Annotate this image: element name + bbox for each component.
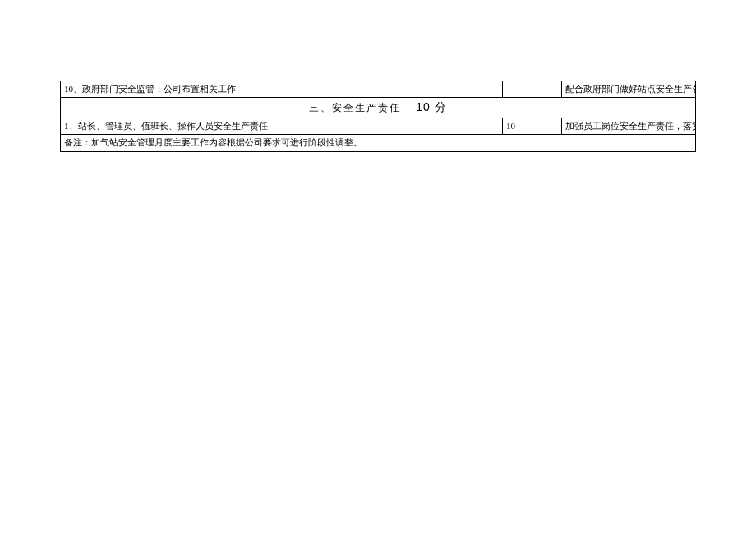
note-row: 备注：加气站安全管理月度主要工作内容根据公司要求可进行阶段性调整。 <box>61 135 696 151</box>
cell-desc: 配合政府部门做好站点安全生产各项工作，及时与公司保持信息沟通；完成公司交办 <box>562 81 696 98</box>
cell-item: 10、政府部门安全监管；公司布置相关工作 <box>61 81 503 98</box>
section-header-cell: 三、安全生产责任10 分 <box>61 98 696 118</box>
section-score: 10 分 <box>416 100 446 113</box>
section-title: 三、安全生产责任 <box>309 102 401 113</box>
cell-desc: 加强员工岗位安全生产责任，落实安全管理措施，严格执行各类规章制度。 <box>562 118 696 134</box>
table-row: 1、站长、管理员、值班长、操作人员安全生产责任 10 加强员工岗位安全生产责任，… <box>61 118 696 134</box>
table-row: 10、政府部门安全监管；公司布置相关工作 配合政府部门做好站点安全生产各项工作，… <box>61 81 696 98</box>
note-cell: 备注：加气站安全管理月度主要工作内容根据公司要求可进行阶段性调整。 <box>61 135 696 151</box>
cell-item: 1、站长、管理员、值班长、操作人员安全生产责任 <box>61 118 503 134</box>
safety-table: 10、政府部门安全监管；公司布置相关工作 配合政府部门做好站点安全生产各项工作，… <box>60 81 696 152</box>
cell-score: 10 <box>503 118 562 134</box>
cell-score <box>503 81 562 98</box>
section-header-row: 三、安全生产责任10 分 <box>61 98 696 118</box>
